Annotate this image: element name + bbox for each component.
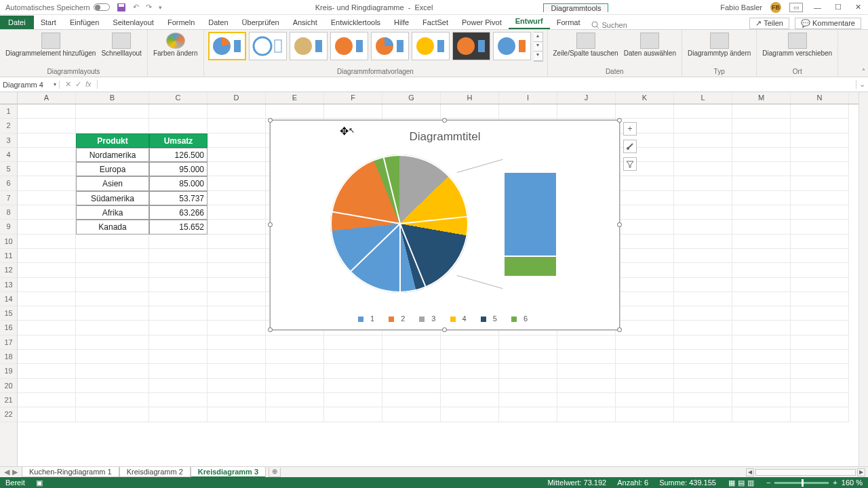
tab-insert[interactable]: Einfügen bbox=[63, 16, 106, 29]
cell[interactable] bbox=[208, 321, 266, 335]
cell[interactable] bbox=[674, 278, 732, 292]
ribbon-display-icon[interactable]: ▭ bbox=[789, 3, 803, 12]
cell[interactable] bbox=[791, 292, 849, 306]
cell[interactable] bbox=[208, 220, 266, 234]
column-header[interactable]: K bbox=[616, 92, 674, 104]
resize-handle[interactable] bbox=[617, 327, 622, 332]
cell[interactable] bbox=[18, 393, 76, 407]
cell[interactable] bbox=[76, 336, 149, 350]
cell[interactable] bbox=[674, 407, 732, 422]
row-header[interactable]: 6 bbox=[0, 176, 17, 190]
view-buttons[interactable]: ▦▤▥ bbox=[727, 479, 755, 487]
cell[interactable] bbox=[18, 292, 76, 306]
cell[interactable] bbox=[382, 104, 441, 119]
cell[interactable] bbox=[18, 364, 76, 378]
row-header[interactable]: 15 bbox=[0, 306, 17, 321]
cell[interactable] bbox=[441, 336, 499, 350]
cell[interactable] bbox=[76, 407, 149, 422]
collapse-ribbon-icon[interactable]: ˄ bbox=[862, 68, 865, 75]
cell[interactable] bbox=[208, 393, 266, 407]
cell[interactable] bbox=[732, 321, 791, 335]
cell[interactable] bbox=[18, 306, 76, 321]
horizontal-scrollbar[interactable]: ◀▶ bbox=[746, 468, 868, 476]
chart-style-2[interactable] bbox=[249, 32, 287, 60]
cell[interactable] bbox=[76, 306, 149, 321]
cell[interactable] bbox=[18, 321, 76, 335]
cell[interactable] bbox=[266, 379, 324, 393]
cell[interactable]: 95.000 bbox=[149, 162, 208, 176]
chart-style-8[interactable] bbox=[493, 32, 531, 60]
cell[interactable] bbox=[382, 336, 441, 350]
cell[interactable] bbox=[149, 306, 208, 321]
cell[interactable] bbox=[791, 162, 849, 176]
chart-style-6[interactable] bbox=[412, 32, 450, 60]
cell[interactable] bbox=[324, 336, 382, 350]
cell[interactable] bbox=[616, 292, 674, 306]
row-header[interactable]: 1 bbox=[0, 104, 17, 119]
tab-review[interactable]: Überprüfen bbox=[235, 16, 286, 29]
cell[interactable] bbox=[616, 336, 674, 350]
new-sheet-button[interactable]: ⊕ bbox=[269, 468, 281, 477]
cell[interactable] bbox=[616, 235, 674, 249]
cell[interactable] bbox=[732, 176, 791, 190]
cell[interactable] bbox=[382, 407, 441, 422]
chart-object[interactable]: ✥↖ Diagrammtitel 1 2 3 4 5 bbox=[270, 120, 620, 330]
cell[interactable] bbox=[149, 379, 208, 393]
cell[interactable] bbox=[441, 407, 499, 422]
cell[interactable] bbox=[499, 393, 557, 407]
cell[interactable] bbox=[208, 306, 266, 321]
comments-button[interactable]: 💬 Kommentare bbox=[795, 18, 861, 29]
share-button[interactable]: ↗ Teilen bbox=[749, 18, 789, 29]
cell[interactable] bbox=[732, 278, 791, 292]
cell[interactable] bbox=[616, 379, 674, 393]
cell[interactable] bbox=[208, 191, 266, 205]
tab-view[interactable]: Ansicht bbox=[286, 16, 324, 29]
cell[interactable] bbox=[674, 336, 732, 350]
chart-style-7[interactable] bbox=[452, 32, 490, 60]
row-header[interactable]: 11 bbox=[0, 249, 17, 263]
cell[interactable] bbox=[149, 321, 208, 335]
cell[interactable] bbox=[791, 336, 849, 350]
cell[interactable] bbox=[499, 407, 557, 422]
cell[interactable] bbox=[208, 235, 266, 249]
row-header[interactable]: 16 bbox=[0, 321, 17, 335]
cell[interactable] bbox=[208, 148, 266, 162]
cell[interactable] bbox=[732, 407, 791, 422]
cell[interactable] bbox=[324, 104, 382, 119]
column-header[interactable]: F bbox=[324, 92, 382, 104]
cell[interactable] bbox=[76, 104, 149, 119]
cell[interactable] bbox=[674, 104, 732, 119]
tab-help[interactable]: Hilfe bbox=[387, 16, 416, 29]
cell[interactable] bbox=[76, 379, 149, 393]
column-header[interactable]: H bbox=[441, 92, 499, 104]
chart-style-4[interactable] bbox=[330, 32, 368, 60]
cell[interactable] bbox=[674, 364, 732, 378]
row-header[interactable]: 2 bbox=[0, 119, 17, 133]
cell[interactable] bbox=[18, 162, 76, 176]
cell[interactable] bbox=[674, 249, 732, 263]
sheet-tab[interactable]: Kreisdiagramm 3 bbox=[191, 467, 266, 478]
column-header[interactable]: N bbox=[791, 92, 849, 104]
cell[interactable] bbox=[324, 407, 382, 422]
cell[interactable] bbox=[18, 379, 76, 393]
cell[interactable] bbox=[557, 393, 616, 407]
move-chart-button[interactable]: Diagramm verschieben bbox=[761, 32, 833, 58]
cell[interactable] bbox=[208, 176, 266, 190]
row-header[interactable]: 8 bbox=[0, 205, 17, 220]
cell[interactable] bbox=[791, 104, 849, 119]
cell[interactable] bbox=[791, 350, 849, 364]
cell[interactable] bbox=[382, 364, 441, 378]
sheet-tab[interactable]: Kreisdiagramm 2 bbox=[119, 467, 191, 477]
cell[interactable] bbox=[674, 393, 732, 407]
cell[interactable]: Produkt bbox=[76, 134, 149, 148]
select-all-corner[interactable] bbox=[0, 92, 17, 104]
cell[interactable] bbox=[732, 336, 791, 350]
autosave-toggle[interactable]: Automatisches Speichern bbox=[5, 3, 110, 12]
cell[interactable] bbox=[149, 407, 208, 422]
resize-handle[interactable] bbox=[268, 327, 273, 332]
cell[interactable] bbox=[616, 393, 674, 407]
cell[interactable] bbox=[382, 393, 441, 407]
cell[interactable] bbox=[616, 407, 674, 422]
cell[interactable] bbox=[557, 104, 616, 119]
cell[interactable] bbox=[791, 235, 849, 249]
